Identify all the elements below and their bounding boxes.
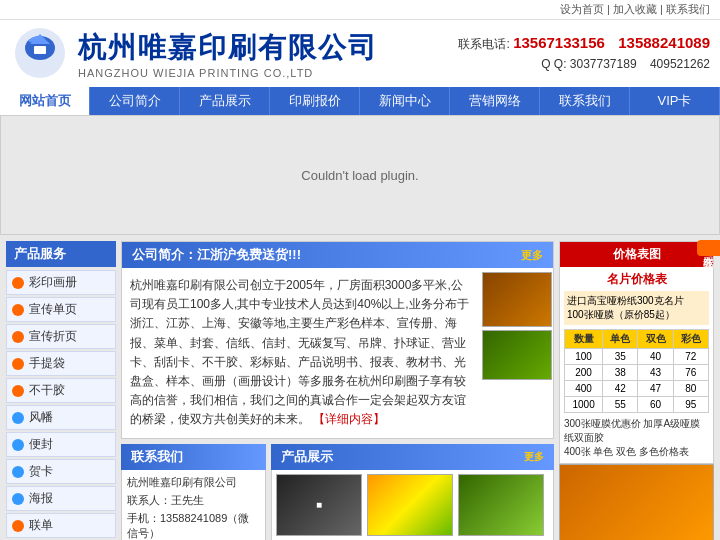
price-desc: 进口高宝哑粉纸300克名片 100张哑膜（原价85起）	[564, 291, 709, 325]
center-content: 公司简介：江浙沪免费送货!!! 更多 杭州唯嘉印刷有限公司创立于2005年，厂房…	[121, 241, 554, 540]
qq2: 409521262	[650, 57, 710, 71]
dot-icon	[12, 277, 24, 289]
top-bar: 设为首页 | 加入收藏 | 联系我们	[0, 0, 720, 20]
sidebar-title: 产品服务	[6, 241, 116, 267]
flash-message: Couldn't load plugin.	[301, 168, 418, 183]
contact-title: 联系我们	[121, 444, 266, 470]
topbar-add-fav[interactable]: 加入收藏	[613, 3, 657, 15]
product-img3	[458, 474, 544, 536]
sidebar-item-buganjiao[interactable]: 不干胶	[6, 378, 116, 403]
nav-item-contact[interactable]: 联系我们	[540, 87, 630, 115]
sidebar-label: 彩印画册	[29, 274, 77, 291]
dot-icon	[12, 466, 24, 478]
price-subtitle: 名片价格表	[564, 271, 709, 288]
company-intro-text: 杭州唯嘉印刷有限公司创立于2005年，厂房面积3000多平米,公司现有员工100…	[122, 268, 478, 438]
intro-img2	[482, 330, 552, 380]
company-name-cn: 杭州唯嘉印刷有限公司	[78, 29, 378, 67]
sidebar-label: 联单	[29, 517, 53, 534]
nav-item-network[interactable]: 营销网络	[450, 87, 540, 115]
nav-item-about[interactable]: 公司简介	[90, 87, 180, 115]
detail-link[interactable]: 【详细内容】	[313, 412, 385, 426]
sidebar-label: 海报	[29, 490, 53, 507]
dot-icon	[12, 520, 24, 532]
sidebar-item-caiyin[interactable]: 彩印画册	[6, 270, 116, 295]
dot-icon	[12, 358, 24, 370]
products-title: 产品展示 更多	[271, 444, 554, 470]
price-table: 价格表图 名片价格表 进口高宝哑粉纸300克名片 100张哑膜（原价85起） 数…	[559, 241, 714, 464]
product-item-1[interactable]: ■ 折页	[276, 474, 364, 541]
contact-person1: 联系人：王先生	[127, 493, 260, 508]
phone-number1: 13567133156	[513, 34, 605, 51]
sidebar-item-bianshou[interactable]: 便封	[6, 432, 116, 457]
product-item-3[interactable]: 折页	[458, 474, 546, 541]
sidebar-label: 贺卡	[29, 463, 53, 480]
dot-icon	[12, 385, 24, 397]
topbar-set-home[interactable]: 设为首页	[560, 3, 604, 15]
dot-icon	[12, 304, 24, 316]
product-img1: ■	[276, 474, 362, 536]
sidebar-item-heka[interactable]: 贺卡	[6, 459, 116, 484]
nav-item-news[interactable]: 新闻中心	[360, 87, 450, 115]
sidebar-label: 宣传单页	[29, 301, 77, 318]
right-col-banner	[559, 464, 714, 540]
company-name-en: HANGZHOU WIEJIA PRINTING CO.,LTD	[78, 67, 378, 79]
float-chat-button[interactable]: 在线客服	[697, 240, 720, 256]
logo-text: 杭州唯嘉印刷有限公司 HANGZHOU WIEJIA PRINTING CO.,…	[78, 29, 378, 79]
price-grid: 数量 单色 双色 彩色 100 35 40 72 200 38 43	[564, 329, 709, 413]
intro-img1	[482, 272, 552, 327]
sidebar-item-liandan[interactable]: 联单	[6, 513, 116, 538]
sidebar-item-zhey[interactable]: 宣传折页	[6, 324, 116, 349]
company-intro-title: 公司简介：江浙沪免费送货!!! 更多	[122, 242, 553, 268]
sidebar-item-fengfan[interactable]: 风幡	[6, 405, 116, 430]
nav-item-vip[interactable]: VIP卡	[630, 87, 720, 115]
price-title: 价格表图	[560, 242, 713, 267]
header-contact: 联系电话: 13567133156 13588241089 Q Q: 30377…	[458, 33, 710, 74]
dot-icon	[12, 439, 24, 451]
right-sidebar: 价格表图 名片价格表 进口高宝哑粉纸300克名片 100张哑膜（原价85起） 数…	[559, 241, 714, 540]
sidebar-item-shoutidai[interactable]: 手提袋	[6, 351, 116, 376]
product-item-2[interactable]: 折页	[367, 474, 455, 541]
nav-item-home[interactable]: 网站首页	[0, 87, 90, 115]
topbar-contact[interactable]: 联系我们	[666, 3, 710, 15]
sidebar-label: 便封	[29, 436, 53, 453]
phone-number2: 13588241089	[618, 34, 710, 51]
contact-phone1: 手机：13588241089（微信号）	[127, 511, 260, 541]
sidebar-label: 宣传折页	[29, 328, 77, 345]
product-img2	[367, 474, 453, 536]
contact-company: 杭州唯嘉印刷有限公司	[127, 475, 260, 490]
flash-area: Couldn't load plugin.	[0, 115, 720, 235]
products-more[interactable]: 更多	[524, 450, 544, 464]
products-section: 产品展示 更多 ■ 折页 折页 折页	[271, 444, 554, 541]
logo-icon	[10, 26, 70, 81]
contact-section: 联系我们 杭州唯嘉印刷有限公司 联系人：王先生 手机：13588241089（微…	[121, 444, 266, 541]
nav: 网站首页 公司简介 产品展示 印刷报价 新闻中心 营销网络 联系我们 VIP卡	[0, 87, 720, 115]
lower-row: 联系我们 杭州唯嘉印刷有限公司 联系人：王先生 手机：13588241089（微…	[121, 444, 554, 541]
sidebar-label: 手提袋	[29, 355, 65, 372]
sidebar-label: 不干胶	[29, 382, 65, 399]
price-note: 300张哑膜优惠价 加厚A级哑膜纸双面胶 400张 单色 双色 多色价格表	[564, 417, 709, 459]
qq-line: Q Q: 3037737189 409521262	[458, 54, 710, 74]
dot-icon	[12, 331, 24, 343]
nav-item-price[interactable]: 印刷报价	[270, 87, 360, 115]
qq1: 3037737189	[570, 57, 637, 71]
svg-rect-3	[34, 46, 46, 54]
more-link[interactable]: 更多	[521, 248, 543, 263]
company-intro: 公司简介：江浙沪免费送货!!! 更多 杭州唯嘉印刷有限公司创立于2005年，厂房…	[121, 241, 554, 439]
dot-icon	[12, 412, 24, 424]
phone-line1: 联系电话: 13567133156 13588241089	[458, 33, 710, 54]
sidebar-item-xuanchuan[interactable]: 宣传单页	[6, 297, 116, 322]
main-content: 产品服务 彩印画册 宣传单页 宣传折页 手提袋 不干胶 风幡 便封	[0, 235, 720, 540]
sidebar: 产品服务 彩印画册 宣传单页 宣传折页 手提袋 不干胶 风幡 便封	[6, 241, 116, 540]
dot-icon	[12, 493, 24, 505]
logo-area: 杭州唯嘉印刷有限公司 HANGZHOU WIEJIA PRINTING CO.,…	[10, 26, 378, 81]
price-content: 名片价格表 进口高宝哑粉纸300克名片 100张哑膜（原价85起） 数量 单色 …	[560, 267, 713, 463]
sidebar-item-haibao[interactable]: 海报	[6, 486, 116, 511]
sidebar-label: 风幡	[29, 409, 53, 426]
nav-item-products[interactable]: 产品展示	[180, 87, 270, 115]
header: 杭州唯嘉印刷有限公司 HANGZHOU WIEJIA PRINTING CO.,…	[0, 20, 720, 87]
